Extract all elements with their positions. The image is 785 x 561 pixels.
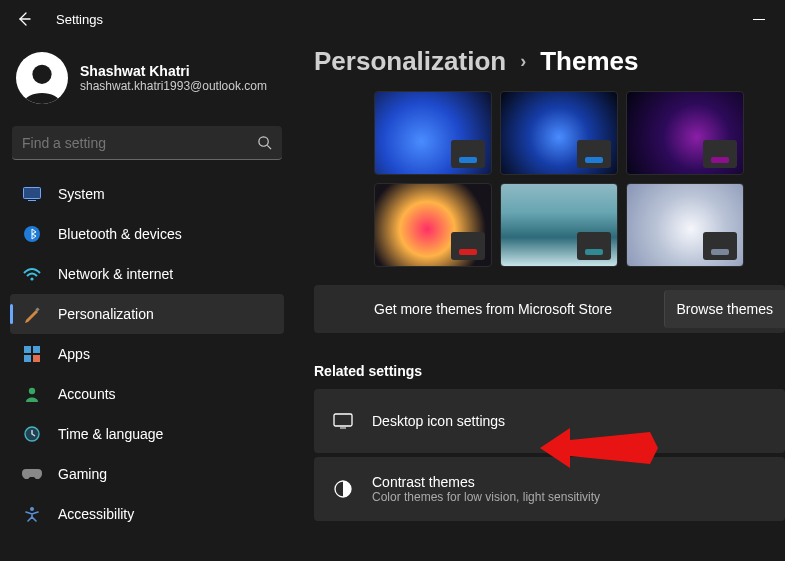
chevron-right-icon: ›	[520, 51, 526, 72]
search-input[interactable]	[22, 135, 257, 151]
setting-row-desktop-icons[interactable]: Desktop icon settings	[314, 389, 785, 453]
avatar	[16, 52, 68, 104]
gaming-icon	[22, 464, 42, 484]
sidebar-item-network[interactable]: Network & internet	[10, 254, 284, 294]
breadcrumb-parent[interactable]: Personalization	[314, 46, 506, 77]
user-name: Shashwat Khatri	[80, 63, 267, 79]
sidebar-item-label: Personalization	[58, 306, 154, 322]
svg-rect-8	[24, 346, 31, 353]
sidebar-item-label: Accounts	[58, 386, 116, 402]
sidebar: Shashwat Khatri shashwat.khatri1993@outl…	[0, 38, 294, 561]
browse-themes-button[interactable]: Browse themes	[664, 290, 785, 328]
main-content: Personalization › Themes Get more themes…	[294, 38, 785, 561]
svg-rect-3	[24, 188, 41, 199]
theme-swatch	[703, 232, 737, 260]
svg-point-0	[32, 65, 51, 84]
svg-point-12	[29, 388, 35, 394]
desktop-icons-icon	[332, 413, 354, 429]
window-title: Settings	[56, 12, 103, 27]
accessibility-icon	[22, 504, 42, 524]
arrow-left-icon	[16, 11, 32, 27]
search-icon	[257, 135, 272, 150]
sidebar-item-label: Time & language	[58, 426, 163, 442]
apps-icon	[22, 344, 42, 364]
nav-list: SystemBluetooth & devicesNetwork & inter…	[10, 174, 284, 534]
svg-rect-9	[33, 346, 40, 353]
theme-tile-4[interactable]	[500, 183, 618, 267]
personalization-icon	[22, 304, 42, 324]
setting-title: Contrast themes	[372, 474, 600, 490]
theme-swatch	[451, 232, 485, 260]
store-text: Get more themes from Microsoft Store	[374, 301, 612, 317]
breadcrumb-current: Themes	[540, 46, 638, 77]
breadcrumb: Personalization › Themes	[314, 46, 785, 77]
back-button[interactable]	[8, 3, 40, 35]
bluetooth-icon	[22, 224, 42, 244]
svg-rect-15	[334, 414, 352, 426]
theme-tile-5[interactable]	[626, 183, 744, 267]
svg-rect-11	[33, 355, 40, 362]
setting-title: Desktop icon settings	[372, 413, 505, 429]
contrast-icon	[332, 479, 354, 499]
titlebar: Settings	[0, 0, 785, 38]
sidebar-item-label: Accessibility	[58, 506, 134, 522]
theme-tile-2[interactable]	[626, 91, 744, 175]
sidebar-item-apps[interactable]: Apps	[10, 334, 284, 374]
svg-point-6	[30, 277, 33, 280]
themes-grid	[314, 91, 785, 267]
theme-tile-1[interactable]	[500, 91, 618, 175]
setting-row-contrast[interactable]: Contrast themesColor themes for low visi…	[314, 457, 785, 521]
window-controls	[753, 19, 777, 20]
user-profile[interactable]: Shashwat Khatri shashwat.khatri1993@outl…	[10, 48, 284, 118]
svg-point-14	[30, 507, 34, 511]
svg-rect-16	[340, 428, 346, 429]
sidebar-item-time[interactable]: Time & language	[10, 414, 284, 454]
sidebar-item-label: System	[58, 186, 105, 202]
sidebar-item-bluetooth[interactable]: Bluetooth & devices	[10, 214, 284, 254]
accounts-icon	[22, 384, 42, 404]
sidebar-item-label: Apps	[58, 346, 90, 362]
time-icon	[22, 424, 42, 444]
sidebar-item-accounts[interactable]: Accounts	[10, 374, 284, 414]
sidebar-item-system[interactable]: System	[10, 174, 284, 214]
sidebar-item-label: Network & internet	[58, 266, 173, 282]
theme-swatch	[577, 140, 611, 168]
theme-swatch	[577, 232, 611, 260]
theme-swatch	[703, 140, 737, 168]
theme-tile-0[interactable]	[374, 91, 492, 175]
sidebar-item-accessibility[interactable]: Accessibility	[10, 494, 284, 534]
setting-subtitle: Color themes for low vision, light sensi…	[372, 490, 600, 504]
sidebar-item-personalization[interactable]: Personalization	[10, 294, 284, 334]
svg-rect-4	[28, 200, 36, 201]
svg-rect-10	[24, 355, 31, 362]
minimize-icon[interactable]	[753, 19, 765, 20]
sidebar-item-label: Bluetooth & devices	[58, 226, 182, 242]
svg-point-1	[259, 137, 268, 146]
svg-line-2	[267, 145, 271, 149]
search-box[interactable]	[12, 126, 282, 160]
store-banner: Get more themes from Microsoft Store Bro…	[314, 285, 785, 333]
network-icon	[22, 264, 42, 284]
theme-swatch	[451, 140, 485, 168]
sidebar-item-gaming[interactable]: Gaming	[10, 454, 284, 494]
theme-tile-3[interactable]	[374, 183, 492, 267]
related-settings-label: Related settings	[314, 363, 785, 379]
system-icon	[22, 184, 42, 204]
user-email: shashwat.khatri1993@outlook.com	[80, 79, 267, 93]
sidebar-item-label: Gaming	[58, 466, 107, 482]
